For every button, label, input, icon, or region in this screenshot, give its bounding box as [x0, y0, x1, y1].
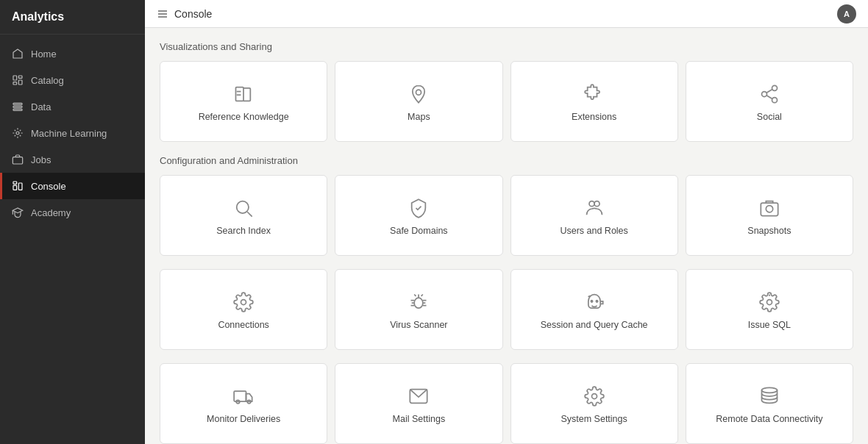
svg-point-19 [761, 92, 766, 97]
sidebar-nav: Home Catalog Data Machine Learning Jobs … [0, 35, 145, 232]
card-snapshots[interactable]: Snapshots [686, 175, 853, 256]
academy-icon [12, 207, 24, 218]
map-icon [408, 84, 429, 104]
puzzle-icon [584, 84, 605, 104]
svg-line-21 [766, 96, 772, 99]
card-label: Users and Roles [560, 226, 627, 236]
shield-icon [408, 198, 429, 218]
card-label: Remote Data Connectivity [716, 414, 822, 424]
card-virus-scanner[interactable]: Virus Scanner [335, 269, 502, 350]
card-maps[interactable]: Maps [335, 61, 502, 142]
svg-rect-6 [13, 109, 22, 110]
sidebar-item-label: Machine Learning [31, 128, 107, 139]
menu-icon[interactable] [157, 8, 168, 20]
svg-rect-9 [13, 185, 17, 190]
card-label: Connections [218, 320, 269, 330]
card-label: Safe Domains [390, 226, 448, 236]
truck-icon [233, 386, 254, 407]
sql-icon [759, 292, 780, 312]
card-label: Issue SQL [748, 320, 791, 330]
ml-icon [12, 127, 24, 139]
catalog-icon [12, 74, 24, 86]
section-title-configuration: Configuration and Administration [160, 155, 853, 166]
svg-point-23 [237, 201, 249, 213]
card-label: Snapshots [747, 226, 791, 236]
svg-point-33 [766, 300, 772, 305]
svg-point-25 [589, 201, 594, 207]
svg-point-30 [415, 298, 424, 308]
card-search-index[interactable]: Search Index [160, 175, 327, 256]
card-label: Reference Knowledge [199, 112, 289, 122]
share-icon [759, 84, 780, 104]
visualizations-grid: Reference Knowledge Maps Extensions [160, 61, 853, 142]
svg-line-22 [766, 90, 772, 93]
svg-point-28 [766, 206, 772, 212]
card-monitor-deliveries[interactable]: Monitor Deliveries [160, 363, 327, 444]
svg-point-29 [241, 300, 246, 305]
svg-point-18 [772, 85, 777, 90]
card-label: Mail Settings [393, 414, 446, 424]
topbar-left: Console [157, 8, 212, 20]
svg-rect-8 [13, 157, 22, 164]
configuration-grid-row1: Search Index Safe Domains Users and Role… [160, 175, 853, 256]
sidebar-item-label: Data [31, 101, 51, 112]
svg-rect-4 [13, 103, 22, 104]
card-issue-sql[interactable]: Issue SQL [686, 269, 853, 350]
svg-point-17 [416, 90, 421, 95]
svg-rect-0 [13, 76, 17, 80]
card-safe-domains[interactable]: Safe Domains [335, 175, 502, 256]
main-content: Console A Visualizations and Sharing Ref… [145, 0, 868, 444]
svg-line-24 [247, 212, 252, 216]
card-social[interactable]: Social [686, 61, 853, 142]
card-label: Virus Scanner [390, 320, 447, 330]
card-users-roles[interactable]: Users and Roles [511, 175, 678, 256]
home-icon [12, 48, 24, 60]
section-title-visualizations: Visualizations and Sharing [160, 41, 853, 52]
svg-point-7 [16, 132, 19, 135]
card-connections[interactable]: Connections [160, 269, 327, 350]
card-reference-knowledge[interactable]: Reference Knowledge [160, 61, 327, 142]
card-session-query-cache[interactable]: Session and Query Cache [511, 269, 678, 350]
user-avatar[interactable]: A [837, 4, 856, 24]
console-icon [12, 180, 24, 192]
jobs-icon [12, 154, 24, 165]
card-label: Monitor Deliveries [207, 414, 280, 424]
sidebar-item-catalog[interactable]: Catalog [0, 67, 145, 93]
sidebar-item-label: Academy [31, 207, 71, 218]
sidebar-item-console[interactable]: Console [0, 173, 145, 199]
svg-point-39 [591, 394, 597, 399]
sidebar-item-label: Jobs [31, 154, 51, 165]
data-icon [12, 101, 24, 112]
sidebar-item-data[interactable]: Data [0, 93, 145, 120]
connections-gear-icon [233, 292, 254, 312]
database-icon [759, 386, 780, 407]
card-label: Session and Query Cache [541, 320, 648, 330]
mail-icon [408, 386, 429, 407]
sidebar-item-jobs[interactable]: Jobs [0, 146, 145, 173]
card-label: System Settings [561, 414, 627, 424]
card-remote-data-connectivity[interactable]: Remote Data Connectivity [686, 363, 853, 444]
search-icon [233, 198, 254, 218]
camera-icon [759, 198, 780, 218]
card-extensions[interactable]: Extensions [511, 61, 678, 142]
app-title: Analytics [0, 0, 145, 35]
svg-point-26 [594, 201, 600, 207]
svg-rect-10 [18, 183, 22, 190]
card-label: Social [757, 112, 782, 122]
topbar-title: Console [174, 8, 212, 20]
sidebar-item-home[interactable]: Home [0, 40, 145, 67]
card-label: Search Index [216, 226, 271, 236]
card-mail-settings[interactable]: Mail Settings [335, 363, 502, 444]
svg-point-32 [596, 301, 597, 302]
topbar: Console A [145, 0, 868, 28]
svg-rect-11 [13, 182, 17, 184]
svg-point-20 [772, 98, 777, 103]
sidebar-item-label: Console [31, 181, 66, 192]
card-label: Extensions [572, 112, 616, 122]
card-system-settings[interactable]: System Settings [511, 363, 678, 444]
card-label: Maps [408, 112, 430, 122]
book-icon [233, 84, 254, 104]
sidebar-item-academy[interactable]: Academy [0, 199, 145, 226]
sidebar-item-ml[interactable]: Machine Learning [0, 120, 145, 146]
configuration-grid-row3: Monitor Deliveries Mail Settings System … [160, 363, 853, 444]
